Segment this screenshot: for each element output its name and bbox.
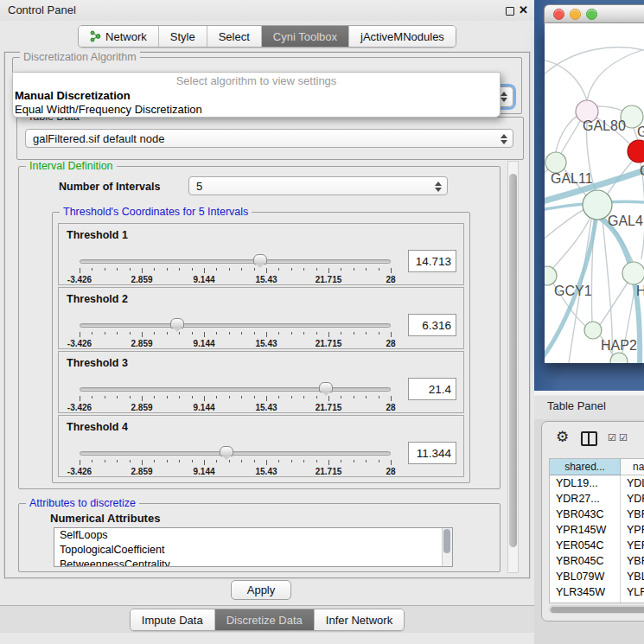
slider-thumb[interactable] (319, 382, 333, 392)
group-title: Attributes to discretize (26, 497, 139, 509)
attribute-list[interactable]: SelfLoopsTopologicalCoefficientBetweenne… (54, 527, 453, 567)
table-cell: YBR043C (550, 507, 621, 522)
threshold-slider[interactable]: -3.4262.8599.14415.4321.71528 (80, 257, 391, 284)
slider-thumb[interactable] (170, 318, 184, 328)
close-traffic-light-icon[interactable] (553, 9, 564, 20)
tab-jactivemnodules[interactable]: jActiveMNodules (348, 26, 456, 47)
node-attribute-table[interactable]: shared...na YDL19...YDL1YDR27...YDR2YBR0… (549, 458, 644, 603)
table-row[interactable]: YBL079WYBL0 (550, 569, 644, 584)
slider-track[interactable] (80, 387, 391, 392)
apply-button[interactable]: Apply (231, 580, 291, 600)
gcy1-node[interactable] (545, 266, 557, 285)
slider-thumb[interactable] (220, 446, 233, 456)
network-icon (90, 30, 101, 42)
table-row[interactable]: YER054CYER0 (550, 538, 644, 553)
tick-label: 9.144 (193, 403, 214, 412)
table-cell: YBR0 (621, 507, 644, 522)
tab-impute-data[interactable]: Impute Data (131, 609, 214, 630)
table-row[interactable]: YIL052CYIL0 (550, 600, 644, 603)
table-row[interactable]: YBR043CYBR0 (550, 507, 644, 522)
scrollbar-thumb[interactable] (443, 529, 450, 553)
tab-label: Cyni Toolbox (273, 30, 337, 43)
settings-scroll-area: Interval Definition Number of Intervals … (13, 161, 518, 573)
threshold-value-field[interactable]: 11.344 (408, 442, 456, 464)
slider-thumb[interactable] (253, 254, 267, 265)
numerical-attributes-label: Numerical Attributes (50, 512, 160, 525)
panel-title: Control Panel (8, 3, 76, 16)
attribute-list-item[interactable]: TopologicalCoefficient (54, 543, 452, 558)
gal11-node[interactable] (545, 152, 566, 173)
threshold-value-field[interactable]: 14.713 (408, 250, 456, 272)
node-label: GAL11 (551, 171, 593, 186)
scrollbar-thumb[interactable] (509, 174, 517, 547)
table-row[interactable]: YLR345WYLR3 (550, 584, 644, 600)
table-row[interactable]: YPR145WYPR1 (550, 522, 644, 538)
threshold-panel: Threshold 4-3.4262.8599.14415.4321.71528… (58, 415, 464, 477)
tab-network[interactable]: Network (79, 26, 158, 47)
attribute-list-item[interactable]: SelfLoops (54, 528, 452, 543)
num-intervals-select[interactable]: 5 (188, 176, 448, 195)
minimize-traffic-light-icon[interactable] (570, 9, 581, 20)
tick-label: 2.859 (131, 275, 152, 284)
slider-track[interactable] (80, 451, 391, 456)
threshold-slider[interactable]: -3.4262.8599.14415.4321.71528 (80, 385, 391, 412)
threshold-value-field[interactable]: 6.316 (408, 314, 456, 336)
table-data-value: galFiltered.sif default node (33, 132, 164, 145)
network-desktop: GAL80GACGAL11GAL4GCY1HHAP2 (534, 0, 644, 391)
split-columns-icon[interactable] (581, 431, 597, 446)
select-columns-checkbox-icon[interactable]: ☑ (619, 432, 628, 443)
tick-label: 2.859 (131, 403, 152, 412)
combo-stepper-icon (434, 181, 442, 193)
network-edge (587, 48, 644, 100)
tick-label: -3.426 (67, 403, 92, 412)
attribute-list-item[interactable]: BetweennessCentrality (54, 558, 452, 567)
node-label: GCY1 (554, 284, 592, 298)
threshold-label: Threshold 1 (67, 229, 128, 241)
threshold-slider[interactable]: -3.4262.8599.14415.4321.71528 (80, 321, 391, 348)
slider-ticks (80, 460, 391, 467)
select-all-checkbox-icon[interactable]: ☑ (608, 432, 616, 443)
network-window-titlebar[interactable] (544, 4, 644, 23)
slider-track[interactable] (80, 323, 391, 328)
network-canvas[interactable]: GAL80GACGAL11GAL4GCY1HHAP2 (545, 23, 644, 363)
threshold-panel: Threshold 1-3.4262.8599.14415.4321.71528… (58, 223, 464, 285)
network-edge (545, 48, 644, 77)
vertical-scrollbar[interactable] (507, 161, 519, 573)
algorithm-placeholder: Select algorithm to view settings (13, 74, 500, 89)
tab-style[interactable]: Style (158, 26, 207, 47)
threshold-value-field[interactable]: 21.4 (408, 378, 456, 400)
attribute-list-scrollbar[interactable] (442, 528, 452, 566)
tab-cyni-toolbox[interactable]: Cyni Toolbox (261, 26, 348, 47)
column-header[interactable]: shared... (550, 459, 621, 475)
table-row[interactable]: YDL19...YDL1 (550, 475, 644, 491)
table-row[interactable]: YBR045CYBR0 (550, 553, 644, 569)
scrollbar-thumb[interactable] (551, 607, 644, 613)
group-title: Interval Definition (26, 160, 117, 172)
combo-stepper-icon (500, 133, 507, 145)
threshold-label: Threshold 3 (67, 357, 128, 369)
tab-infer-network[interactable]: Infer Network (314, 609, 404, 630)
column-header[interactable]: na (621, 459, 644, 475)
algorithm-option[interactable]: Equal Width/Frequency Discretization (13, 103, 500, 117)
tick-label: 28 (386, 275, 395, 284)
h-node[interactable] (622, 262, 644, 284)
table-row[interactable]: YDR27...YDR2 (550, 491, 644, 507)
table-cell: YDL19... (550, 475, 621, 491)
interval-definition-group: Interval Definition Number of Intervals … (18, 166, 501, 489)
table-data-select[interactable]: galFiltered.sif default node (25, 129, 513, 148)
slider-track[interactable] (80, 259, 391, 264)
num-intervals-label: Number of Intervals (59, 181, 160, 193)
tick-label: -3.426 (67, 275, 92, 284)
algorithm-option[interactable]: Manual Discretization (13, 89, 500, 103)
hap2-node[interactable] (584, 322, 602, 339)
tab-select[interactable]: Select (207, 26, 261, 47)
tick-label: 9.144 (193, 339, 214, 348)
settings-gear-icon[interactable]: ⚙ (556, 429, 569, 446)
horizontal-scrollbar[interactable] (549, 605, 644, 614)
tab-discretize-data[interactable]: Discretize Data (214, 609, 314, 630)
close-icon[interactable]: ✕ (519, 3, 528, 16)
node-label: C (640, 163, 644, 178)
float-window-icon[interactable] (506, 7, 514, 16)
threshold-slider[interactable]: -3.4262.8599.14415.4321.71528 (80, 449, 391, 476)
zoom-traffic-light-icon[interactable] (586, 9, 597, 20)
